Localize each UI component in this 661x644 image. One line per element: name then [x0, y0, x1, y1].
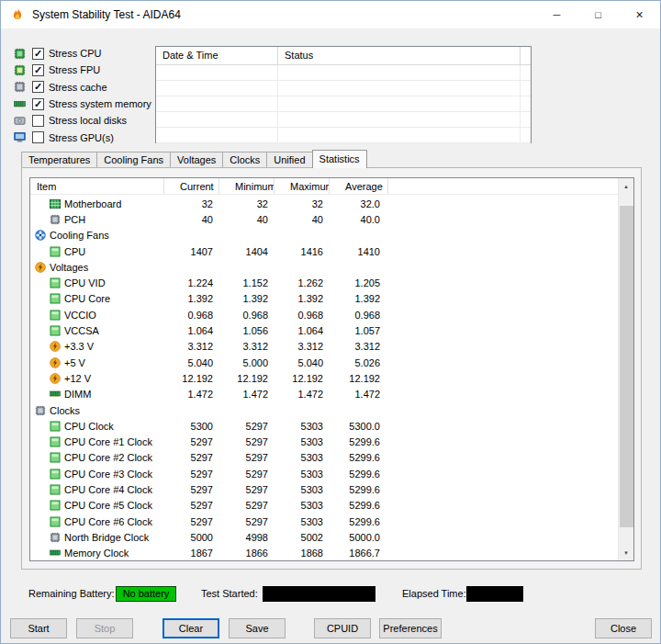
preferences-button[interactable]: Preferences	[379, 618, 442, 638]
stress-option-stress-fpu[interactable]: ✓ Stress FPU	[14, 62, 151, 78]
table-row-cpu-core-6-clock[interactable]: CPU Core #6 Clock 5297 5297 5303 5299.6	[30, 514, 618, 529]
current-value: 3.312	[164, 341, 219, 352]
table-row-cpu[interactable]: CPU 1407 1404 1416 1410	[30, 243, 618, 259]
table-row-cpu-vid[interactable]: CPU VID 1.224 1.152 1.262 1.205	[30, 275, 618, 290]
stress-option-stress-system-memory[interactable]: ✓ Stress system memory	[14, 96, 151, 112]
chip-icon	[35, 405, 46, 416]
item-label: North Bridge Clock	[64, 532, 149, 543]
minimum-value: 1.472	[219, 389, 274, 400]
maximum-value: 5002	[274, 532, 330, 543]
col-average[interactable]: Average	[330, 178, 388, 194]
tab-statistics[interactable]: Statistics	[312, 150, 367, 168]
stats-table-header: Item Current Minimum Maximum Average	[30, 178, 618, 195]
tab-unified[interactable]: Unified	[266, 152, 312, 167]
lightning-icon	[35, 262, 46, 273]
close-window-button[interactable]: ×	[619, 1, 660, 28]
maximum-value: 1.064	[274, 325, 330, 336]
label-stress-cache: Stress cache	[48, 82, 107, 93]
table-row-cpu-clock[interactable]: CPU Clock 5300 5297 5303 5300.0	[30, 418, 618, 434]
table-row-12-v[interactable]: +12 V 12.192 12.192 12.192 12.192	[30, 370, 618, 386]
table-row-cpu-core-1-clock[interactable]: CPU Core #1 Clock 5297 5297 5303 5299.6	[30, 434, 618, 449]
scroll-down-icon[interactable]: ▼	[619, 545, 633, 560]
table-row-5-v[interactable]: +5 V 5.040 5.000 5.040 5.026	[30, 355, 618, 370]
col-item[interactable]: Item	[30, 178, 164, 194]
log-col-status[interactable]: Status	[278, 47, 521, 64]
label-stress-local-disks: Stress local disks	[48, 115, 127, 126]
tab-cooling-fans[interactable]: Cooling Fans	[96, 152, 171, 167]
battery-status-badge: No battery	[116, 586, 176, 602]
stress-option-stress-cpu[interactable]: ✓ Stress CPU	[14, 45, 151, 62]
save-button[interactable]: Save	[229, 618, 286, 638]
table-row-3-3-v[interactable]: +3.3 V 3.312 3.312 3.312 3.312	[30, 339, 618, 355]
stress-option-stress-local-disks[interactable]: Stress local disks	[14, 112, 151, 129]
col-minimum[interactable]: Minimum	[219, 178, 274, 194]
checkbox-stress-local-disks[interactable]	[32, 115, 44, 127]
stress-option-stress-cache[interactable]: ✓ Stress cache	[14, 79, 151, 96]
vertical-scrollbar[interactable]: ▲ ▼	[618, 178, 633, 560]
clear-button[interactable]: Clear	[162, 618, 219, 638]
table-row-cooling-fans[interactable]: Cooling Fans	[30, 228, 618, 243]
aida64-flame-icon	[10, 7, 25, 22]
stress-options: ✓ Stress CPU ✓ Stress FPU ✓ Stress cache…	[14, 45, 151, 146]
table-row-cpu-core-4-clock[interactable]: CPU Core #4 Clock 5297 5297 5303 5299.6	[30, 481, 618, 497]
current-value: 1.392	[164, 293, 219, 304]
minimum-value: 1866	[219, 548, 274, 559]
minimum-value: 1.056	[219, 325, 274, 336]
table-row-north-bridge-clock[interactable]: North Bridge Clock 5000 4998 5002 5000.0	[30, 529, 618, 545]
minimize-button[interactable]: ─	[536, 1, 577, 28]
checkbox-stress-gpu-s[interactable]	[32, 131, 44, 143]
checkbox-stress-cache[interactable]: ✓	[32, 81, 44, 93]
cpuid-button[interactable]: CPUID	[314, 618, 371, 638]
minimum-value: 5.000	[219, 357, 274, 368]
table-row-cpu-core[interactable]: CPU Core 1.392 1.392 1.392 1.392	[30, 291, 618, 307]
label-stress-system-memory: Stress system memory	[48, 98, 151, 109]
table-row-cpu-core-2-clock[interactable]: CPU Core #2 Clock 5297 5297 5303 5299.6	[30, 450, 618, 466]
green-led-icon	[50, 310, 61, 321]
titlebar[interactable]: System Stability Test - AIDA64 ─ □ ×	[1, 1, 660, 28]
start-button[interactable]: Start	[10, 618, 67, 638]
table-row-pch[interactable]: PCH 40 40 40 40.0	[30, 211, 618, 227]
table-row-voltages[interactable]: Voltages	[30, 259, 618, 275]
table-row-dimm[interactable]: DIMM 1.472 1.472 1.472 1.472	[30, 387, 618, 402]
checkbox-stress-system-memory[interactable]: ✓	[32, 98, 44, 110]
current-value: 5297	[164, 452, 219, 463]
stop-button[interactable]: Stop	[76, 618, 133, 638]
item-label: Cooling Fans	[50, 230, 109, 241]
item-label: CPU Core #4 Clock	[64, 484, 152, 495]
tab-temperatures[interactable]: Temperatures	[21, 152, 97, 167]
table-row-vccsa[interactable]: VCCSA 1.064 1.056 1.064 1.057	[30, 322, 618, 338]
col-maximum[interactable]: Maximum	[274, 178, 330, 194]
log-rows	[156, 65, 531, 143]
tab-clocks[interactable]: Clocks	[222, 152, 267, 167]
log-empty-row	[156, 96, 531, 112]
col-current[interactable]: Current	[164, 178, 219, 194]
chip-icon	[50, 214, 61, 225]
log-col-datetime[interactable]: Date & Time	[156, 47, 278, 64]
minimum-value: 0.968	[219, 310, 274, 321]
close-button[interactable]: Close	[595, 618, 652, 638]
table-row-cpu-core-5-clock[interactable]: CPU Core #5 Clock 5297 5297 5303 5299.6	[30, 498, 618, 514]
green-led-icon	[50, 500, 61, 511]
minimum-value: 5297	[219, 469, 274, 480]
average-value: 1410	[330, 246, 388, 257]
checkbox-stress-cpu[interactable]: ✓	[32, 48, 44, 60]
table-row-clocks[interactable]: Clocks	[30, 402, 618, 418]
minimum-value: 3.312	[219, 341, 274, 352]
scroll-thumb[interactable]	[620, 206, 633, 527]
minimum-value: 32	[219, 198, 274, 209]
scroll-up-icon[interactable]: ▲	[619, 178, 633, 194]
table-row-cpu-core-3-clock[interactable]: CPU Core #3 Clock 5297 5297 5303 5299.6	[30, 466, 618, 481]
table-row-vccio[interactable]: VCCIO 0.968 0.968 0.968 0.968	[30, 307, 618, 322]
stress-option-stress-gpu-s[interactable]: Stress GPU(s)	[14, 129, 151, 145]
table-row-motherboard[interactable]: Motherboard 32 32 32 32.0	[30, 196, 618, 211]
cache-stress-icon	[14, 81, 28, 93]
item-label: +12 V	[64, 373, 91, 384]
tab-voltages[interactable]: Voltages	[170, 152, 223, 167]
disk-stress-icon	[14, 115, 28, 127]
table-row-memory-clock[interactable]: Memory Clock 1867 1866 1868 1866.7	[30, 546, 618, 560]
fan-icon	[35, 230, 46, 241]
maximize-button[interactable]: □	[577, 1, 619, 28]
log-listview[interactable]: Date & Time Status	[155, 46, 532, 143]
checkbox-stress-fpu[interactable]: ✓	[32, 64, 44, 76]
item-label: CPU Core #5 Clock	[64, 500, 152, 511]
